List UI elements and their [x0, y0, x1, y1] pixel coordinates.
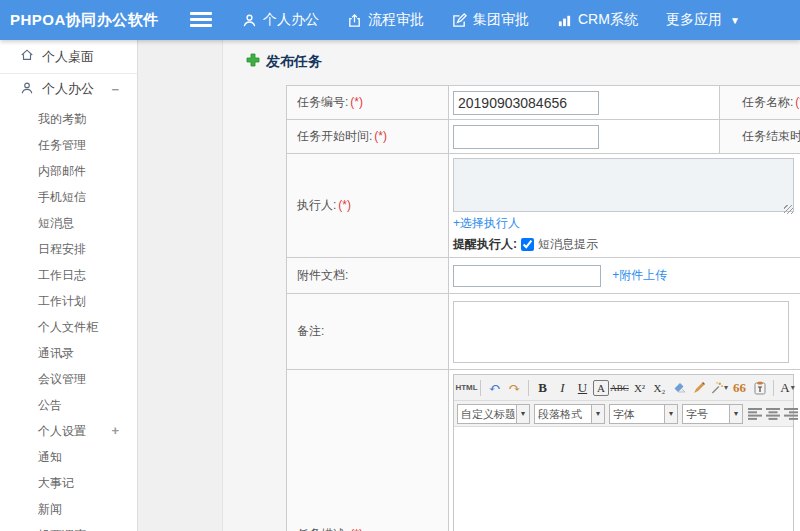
strikethrough-button[interactable]: ABC — [610, 378, 629, 398]
chevron-down-icon[interactable]: ▾ — [730, 404, 743, 424]
note-textarea[interactable] — [453, 301, 789, 363]
align-left-button[interactable] — [748, 408, 763, 420]
choose-executor-link[interactable]: +选择执行人 — [453, 216, 520, 230]
nav-personal-office[interactable]: 个人办公 — [228, 0, 333, 40]
text-color-button[interactable]: A ▾ — [778, 378, 797, 398]
format-brush-button[interactable] — [690, 378, 709, 398]
font-family-select[interactable]: 字体 ▾ — [609, 404, 678, 424]
sidebar-item-internal-mail[interactable]: 内部邮件 — [0, 158, 137, 184]
sidebar-item-work-log[interactable]: 工作日志 — [0, 262, 137, 288]
menu-toggle-icon[interactable] — [190, 12, 212, 28]
sidebar-menu: 我的考勤 任务管理 内部邮件 手机短信 短消息 日程安排 工作日志 工作计划 个… — [0, 104, 137, 531]
html-source-button[interactable]: HTML — [457, 378, 476, 398]
redo-button[interactable]: ↷ — [505, 378, 524, 398]
collapse-icon[interactable]: − — [111, 82, 119, 97]
edit-icon — [452, 13, 467, 28]
attachment-input[interactable] — [453, 265, 601, 287]
sidebar-item-task-management[interactable]: 任务管理 — [0, 132, 137, 158]
auto-typeset-button[interactable]: ▾ — [710, 378, 729, 398]
sidebar-item-memorabilia[interactable]: 大事记 — [0, 470, 137, 496]
row-task-start: 任务开始时间:(*) 任务结束时间:(*) — [287, 120, 800, 154]
user-icon — [242, 13, 257, 28]
underline-button[interactable]: U — [573, 378, 592, 398]
nav-more-apps[interactable]: 更多应用 ▼ — [652, 0, 754, 40]
chevron-down-icon[interactable]: ▾ — [517, 404, 530, 424]
blockquote-button[interactable]: 66 — [730, 378, 749, 398]
row-description: 任务描述:(*) HTML ↶ ↷ B I U — [287, 370, 800, 531]
task-end-label: 任务结束时间:(*) — [720, 120, 800, 154]
align-right-button[interactable] — [784, 408, 799, 420]
task-start-label: 任务开始时间:(*) — [287, 120, 449, 154]
note-label: 备注: — [287, 294, 449, 370]
sms-tip-checkbox[interactable] — [521, 238, 534, 251]
nav-workflow-approval[interactable]: 流程审批 — [333, 0, 438, 40]
paste-text-button[interactable] — [750, 378, 769, 398]
nav-group-approval[interactable]: 集团审批 — [438, 0, 543, 40]
attachment-label: 附件文档: — [287, 258, 449, 294]
executor-textarea[interactable] — [453, 158, 794, 212]
subscript-button[interactable]: X₂ — [650, 378, 669, 398]
align-center-button[interactable] — [766, 408, 781, 420]
align-right-icon — [784, 408, 799, 420]
sidebar-item-meeting[interactable]: 会议管理 — [0, 366, 137, 392]
magic-wand-icon — [711, 381, 723, 394]
resize-grip-icon[interactable] — [784, 205, 793, 214]
user-icon — [20, 81, 34, 98]
align-center-icon — [766, 408, 781, 420]
align-left-icon — [748, 408, 763, 420]
sidebar-item-attendance[interactable]: 我的考勤 — [0, 106, 137, 132]
top-nav: 个人办公 流程审批 集团审批 CRM系统 更多应用 — [228, 0, 754, 40]
superscript-button[interactable]: X² — [630, 378, 649, 398]
sidebar-item-desktop[interactable]: 个人桌面 — [0, 40, 137, 74]
italic-button[interactable]: I — [553, 378, 572, 398]
task-name-label: 任务名称:(*) — [720, 86, 800, 120]
sidebar: 个人桌面 个人办公 − 我的考勤 任务管理 内部邮件 手机短信 短消息 日程安排… — [0, 40, 138, 531]
nav-crm-system[interactable]: CRM系统 — [543, 0, 652, 40]
chevron-down-icon[interactable]: ▾ — [665, 404, 678, 424]
sidebar-item-news[interactable]: 新闻 — [0, 496, 137, 522]
paragraph-format-select[interactable]: 段落格式 ▾ — [534, 404, 605, 424]
sms-tip-label: 短消息提示 — [538, 236, 598, 253]
sidebar-item-work-plan[interactable]: 工作计划 — [0, 288, 137, 314]
sidebar-section-personal-office[interactable]: 个人办公 − — [0, 74, 137, 104]
undo-button[interactable]: ↶ — [485, 378, 504, 398]
rich-text-editor: HTML ↶ ↷ B I U A ABC X² X₂ — [453, 374, 794, 531]
expand-icon[interactable]: + — [111, 418, 119, 444]
task-form: 任务编号:(*) 任务名称:(*) 任务开始时间:(*) 任务结束时间:( — [286, 85, 800, 531]
executor-label: 执行人:(*) — [287, 154, 449, 258]
editor-content-area[interactable] — [454, 427, 793, 531]
chevron-down-icon: ▼ — [730, 15, 740, 26]
attachment-upload-link[interactable]: +附件上传 — [612, 268, 667, 282]
eraser-button[interactable] — [670, 378, 689, 398]
sidebar-item-file-cabinet[interactable]: 个人文件柜 — [0, 314, 137, 340]
row-attachment: 附件文档: +附件上传 — [287, 258, 800, 294]
sidebar-item-announcement[interactable]: 公告 — [0, 392, 137, 418]
bar-chart-icon — [557, 13, 572, 28]
task-number-input[interactable] — [453, 91, 599, 115]
custom-title-select[interactable]: 自定义标题 ▾ — [457, 404, 530, 424]
clipboard-icon — [754, 381, 766, 395]
row-note: 备注: — [287, 294, 800, 370]
content-panel: 发布任务 任务编号:(*) 任务名称:(*) 任务开始时间:(*) — [222, 40, 800, 531]
sidebar-item-personal-settings[interactable]: 个人设置 + — [0, 418, 137, 444]
task-start-input[interactable] — [453, 125, 599, 149]
sidebar-item-schedule[interactable]: 日程安排 — [0, 236, 137, 262]
task-number-label: 任务编号:(*) — [287, 86, 449, 120]
sidebar-item-vote[interactable]: 投票调查 — [0, 522, 137, 531]
main-area: 发布任务 任务编号:(*) 任务名称:(*) 任务开始时间:(*) — [138, 40, 800, 531]
brush-icon — [693, 381, 706, 394]
description-label: 任务描述:(*) — [287, 370, 449, 531]
app-logo: PHPOA协同办公软件 — [10, 11, 159, 30]
sidebar-item-short-message[interactable]: 短消息 — [0, 210, 137, 236]
sidebar-item-mobile-sms[interactable]: 手机短信 — [0, 184, 137, 210]
chevron-down-icon[interactable]: ▾ — [592, 404, 605, 424]
font-size-select[interactable]: 字号 ▾ — [682, 404, 743, 424]
editor-toolbar-row1: HTML ↶ ↷ B I U A ABC X² X₂ — [454, 375, 793, 401]
bold-button[interactable]: B — [533, 378, 552, 398]
sidebar-item-contacts[interactable]: 通讯录 — [0, 340, 137, 366]
page-title: 发布任务 — [246, 53, 322, 71]
row-executor: 执行人:(*) +选择执行人 提醒执行人: 短消息提示 — [287, 154, 800, 258]
sidebar-item-notice[interactable]: 通知 — [0, 444, 137, 470]
font-style-button[interactable]: A — [593, 380, 609, 396]
remind-executor-label: 提醒执行人: — [453, 236, 517, 253]
